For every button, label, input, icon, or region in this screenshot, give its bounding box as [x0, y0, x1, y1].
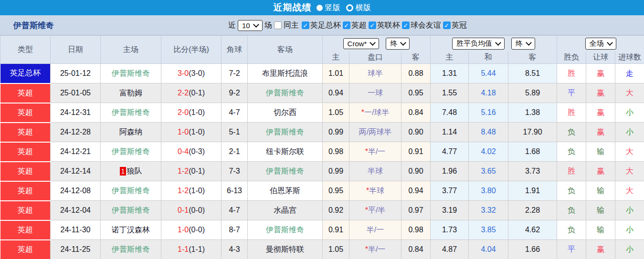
date-cell: 24-12-21 — [51, 142, 101, 162]
date-cell: 24-12-14 — [51, 162, 101, 181]
avg-source-select[interactable]: 胜平负均值 — [452, 38, 505, 50]
avg-away-cell: 1.38 — [508, 103, 557, 123]
winlose-cell: 负 — [557, 142, 586, 162]
away-team-cell: 切尔西 — [248, 103, 323, 123]
avg-home-cell: 7.48 — [431, 103, 469, 123]
score-cell: 1-1(1-1) — [161, 240, 222, 259]
corner-cell: 8-7 — [222, 220, 248, 240]
handicap-cell: *半球 — [349, 181, 401, 201]
competition-checkbox[interactable]: ✓ — [302, 21, 309, 29]
avg-draw-cell: 4.04 — [469, 240, 508, 259]
sub-col-winlose: 胜负 — [557, 52, 586, 64]
table-header: 类型 日期 主场 比分(半场) 角球 客场 Crow* 终 胜平负均值 终 — [0, 36, 644, 64]
odds-away-cell: 0.88 — [401, 64, 431, 83]
avg-home-cell: 4.87 — [431, 240, 469, 259]
away-team-cell: 水晶宫 — [248, 201, 323, 220]
winlose-cell: 负 — [557, 181, 586, 201]
chevron-down-icon — [370, 40, 376, 46]
handicap-result-cell: 输 — [586, 142, 615, 162]
home-team-cell: 伊普斯维奇 — [101, 103, 161, 123]
layout-radio-option[interactable]: 横版 — [346, 3, 371, 13]
results-table: 类型 日期 主场 比分(半场) 角球 客场 Crow* 终 胜平负均值 终 — [0, 35, 644, 259]
avg-time-select[interactable]: 终 — [511, 38, 535, 50]
league-cell: 英足总杯 — [0, 64, 51, 83]
avg-draw-cell: 3.65 — [469, 162, 508, 181]
goals-result-cell: 小 — [615, 103, 644, 123]
goals-result-cell: 小 — [615, 201, 644, 220]
result-scope-select[interactable]: 全场 — [585, 38, 616, 50]
radio-icon — [346, 4, 353, 11]
odds-home-cell: 1.05 — [323, 103, 349, 123]
layout-radio-selected[interactable]: 竖版 — [317, 3, 340, 13]
radio-icon — [317, 5, 323, 11]
table-row: 英超24-12-28阿森纳1-0(1-0)5-1伊普斯维奇0.99两/两球半0.… — [0, 123, 644, 142]
table-row: 英超24-12-31伊普斯维奇2-0(1-0)4-7切尔西1.05*一/球半0.… — [0, 103, 644, 123]
competition-checkbox[interactable]: ✓ — [443, 21, 451, 29]
competition-checkbox[interactable]: ✓ — [369, 21, 376, 29]
handicap-cell: *一/球半 — [349, 103, 401, 123]
odds-away-cell: 0.90 — [401, 123, 431, 142]
col-home: 主场 — [101, 36, 161, 64]
filter-bar: 伊普斯维奇 近 10 场 同主 ✓英足总杯✓英超✓英联杯✓球会友谊✓英冠 — [0, 15, 644, 35]
table-row: 英超24-12-141狼队1-2(0-1)7-3伊普斯维奇0.99半球0.901… — [0, 162, 644, 181]
goals-result-cell: 小 — [615, 123, 644, 142]
league-cell: 英超 — [0, 83, 51, 103]
winlose-cell: 胜 — [557, 162, 586, 181]
same-home-checkbox[interactable] — [274, 21, 282, 29]
winlose-cell: 负 — [557, 123, 586, 142]
date-cell: 24-12-04 — [51, 201, 101, 220]
away-team-cell: 曼彻斯特联 — [248, 240, 323, 259]
avg-away-cell: 3.73 — [508, 162, 557, 181]
match-count-select[interactable]: 10 — [238, 20, 263, 31]
handicap-result-cell: 赢 — [586, 240, 615, 259]
goals-result-cell: 大 — [615, 83, 644, 103]
home-team-cell: 伊普斯维奇 — [101, 240, 161, 259]
chevron-down-icon — [607, 40, 613, 46]
home-team-cell: 富勒姆 — [101, 83, 161, 103]
competition-label: 英冠 — [452, 21, 467, 31]
col-corner: 角球 — [222, 36, 248, 64]
avg-draw-cell: 3.80 — [469, 181, 508, 201]
handicap-cell: 两/两球半 — [349, 123, 401, 142]
chevron-down-icon — [526, 40, 532, 46]
corner-cell: 5-1 — [222, 123, 248, 142]
avg-group-header: 胜平负均值 终 — [431, 36, 557, 52]
odds-away-cell: 0.94 — [401, 181, 431, 201]
avg-home-cell: 4.77 — [431, 142, 469, 162]
odds-source-select[interactable]: Crow* — [343, 38, 380, 49]
avg-draw-cell: 3.85 — [469, 220, 508, 240]
table-row: 英超25-01-05富勒姆2-2(0-1)9-2伊普斯维奇0.94一球0.951… — [0, 83, 644, 103]
result-group-header: 全场 — [557, 36, 644, 52]
league-cell: 英超 — [0, 142, 51, 162]
odds-home-cell: 1.01 — [323, 64, 349, 83]
winlose-cell: 胜 — [557, 103, 586, 123]
avg-away-cell: 1.66 — [508, 240, 557, 259]
odds-time-select[interactable]: 终 — [386, 38, 410, 50]
league-cell: 英超 — [0, 220, 51, 240]
corner-cell: 6-13 — [222, 181, 248, 201]
odds-away-cell: 0.98 — [401, 220, 431, 240]
date-cell: 24-11-30 — [51, 220, 101, 240]
sub-col-avg-away: 客 — [508, 52, 557, 64]
score-cell: 0-1(0-0) — [161, 201, 222, 220]
odds-away-cell: 0.95 — [401, 83, 431, 103]
goals-result-cell: 大 — [615, 162, 644, 181]
layout-radio-group: 竖版横版 — [317, 3, 371, 13]
table-row: 英超24-12-08伊普斯维奇1-2(1-0)6-13伯恩茅斯0.95*半球0.… — [0, 181, 644, 201]
handicap-result-cell: 赢 — [586, 123, 615, 142]
sub-col-avg-draw: 和 — [469, 52, 508, 64]
corner-cell: 9-2 — [222, 83, 248, 103]
col-type: 类型 — [0, 36, 51, 64]
goals-result-cell: 大 — [615, 181, 644, 201]
col-away: 客场 — [248, 36, 323, 64]
winlose-cell: 平 — [557, 83, 586, 103]
team-name: 伊普斯维奇 — [13, 15, 54, 35]
competition-checkbox[interactable]: ✓ — [343, 21, 350, 29]
avg-draw-cell: 4.02 — [469, 142, 508, 162]
winlose-cell: 负 — [557, 201, 586, 220]
competition-checkbox[interactable]: ✓ — [402, 21, 410, 29]
handicap-result-cell: 输 — [586, 181, 615, 201]
col-date: 日期 — [51, 36, 101, 64]
odds-home-cell: 0.98 — [323, 142, 349, 162]
goals-result-cell: 走 — [615, 64, 644, 83]
